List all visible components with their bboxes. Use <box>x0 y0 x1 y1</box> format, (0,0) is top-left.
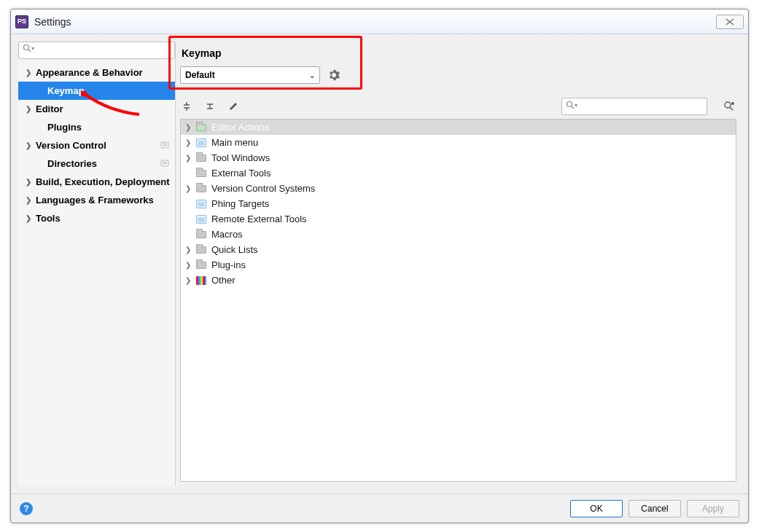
svg-point-12 <box>731 102 734 105</box>
keymap-selector-row: Default ⌄ <box>180 66 736 90</box>
tree-row-tool-windows[interactable]: ❯Tool Windows <box>181 150 736 165</box>
chevron-down-icon: ⌄ <box>309 71 315 79</box>
close-button[interactable] <box>716 15 744 29</box>
folder-icon <box>195 260 207 270</box>
keymap-dropdown[interactable]: Default ⌄ <box>180 66 320 84</box>
body: ▾ ❯Appearance & BehaviorKeymap❯EditorPlu… <box>11 34 748 493</box>
svg-point-10 <box>725 102 731 108</box>
tree-row-version-control-systems[interactable]: ❯Version Control Systems <box>181 181 736 196</box>
gear-icon <box>328 69 340 81</box>
sidebar-item-label: Directories <box>47 158 97 169</box>
project-badge-icon <box>160 141 169 149</box>
folder-blue-icon <box>195 199 207 209</box>
svg-point-8 <box>567 102 572 107</box>
sidebar-item-tools[interactable]: ❯Tools <box>18 209 175 227</box>
chevron-down-icon: ▾ <box>575 102 577 109</box>
edit-shortcut-button[interactable] <box>227 100 240 113</box>
tree-row-other[interactable]: ❯Other <box>181 273 736 288</box>
tree-row-label: Phing Targets <box>211 198 269 209</box>
collapse-all-button[interactable] <box>203 100 217 113</box>
chevron-right-icon: ❯ <box>185 184 195 192</box>
tree-row-label: Main menu <box>211 137 258 148</box>
svg-rect-3 <box>163 144 167 144</box>
sidebar-item-editor[interactable]: ❯Editor <box>18 100 175 118</box>
tree-row-external-tools[interactable]: ❯External Tools <box>181 165 736 181</box>
action-search-input[interactable] <box>561 98 707 115</box>
folder-icon <box>195 245 207 255</box>
dialog-footer: ? OK Cancel Apply <box>11 493 748 523</box>
folder-icon <box>195 153 207 163</box>
chevron-right-icon: ❯ <box>185 138 195 146</box>
tree-row-label: External Tools <box>211 168 270 179</box>
svg-line-11 <box>730 107 733 110</box>
tree-row-editor-actions[interactable]: ❯Editor Actions <box>181 120 736 135</box>
tree-row-label: Macros <box>211 229 243 240</box>
cancel-button[interactable]: Cancel <box>628 500 681 517</box>
search-icon <box>23 44 31 55</box>
window-title: Settings <box>34 16 71 28</box>
tree-row-macros[interactable]: ❯Macros <box>181 227 736 242</box>
chevron-right-icon: ❯ <box>26 214 34 222</box>
sidebar-item-plugins[interactable]: Plugins <box>18 118 175 136</box>
sidebar-item-keymap[interactable]: Keymap <box>18 82 175 100</box>
find-by-shortcut-button[interactable] <box>722 99 736 114</box>
tree-row-label: Plug-ins <box>211 259 246 270</box>
svg-point-0 <box>24 45 29 50</box>
main-header: Keymap Default ⌄ <box>176 42 741 94</box>
keymap-toolbar: ▾ <box>176 94 741 119</box>
sidebar-item-build-execution-deployment[interactable]: ❯Build, Execution, Deployment <box>18 173 175 191</box>
tree-row-phing-targets[interactable]: ❯Phing Targets <box>181 196 736 211</box>
main-panel: Keymap Default ⌄ <box>176 42 741 486</box>
tree-row-label: Version Control Systems <box>211 183 315 194</box>
sidebar-item-version-control[interactable]: ❯Version Control <box>18 136 175 154</box>
sidebar-item-label: Editor <box>36 103 63 114</box>
settings-window: PS Settings ▾ ❯Appearance & BehaviorKeym… <box>10 9 749 523</box>
project-badge-icon <box>160 159 169 168</box>
sidebar-item-label: Build, Execution, Deployment <box>36 176 169 187</box>
app-icon-label: PS <box>17 18 26 25</box>
sidebar-nav: ❯Appearance & BehaviorKeymap❯EditorPlugi… <box>18 63 175 486</box>
sidebar-item-languages-frameworks[interactable]: ❯Languages & Frameworks <box>18 191 175 209</box>
tree-row-quick-lists[interactable]: ❯Quick Lists <box>181 242 736 257</box>
keymap-settings-button[interactable] <box>327 69 340 82</box>
sidebar-item-label: Tools <box>36 213 61 224</box>
chevron-right-icon: ❯ <box>26 105 34 113</box>
sidebar-item-appearance-behavior[interactable]: ❯Appearance & Behavior <box>18 63 175 82</box>
chevron-right-icon: ❯ <box>185 154 195 162</box>
folder-green-icon <box>195 122 207 133</box>
svg-rect-7 <box>163 163 167 164</box>
chevron-right-icon: ❯ <box>185 246 195 254</box>
chevron-right-icon: ❯ <box>26 141 34 149</box>
svg-rect-6 <box>163 162 167 163</box>
sidebar-item-directories[interactable]: Directories <box>18 154 175 173</box>
tree-row-main-menu[interactable]: ❯Main menu <box>181 135 736 150</box>
collapse-all-icon <box>205 101 215 112</box>
tree-row-label: Quick Lists <box>211 244 258 255</box>
tree-row-plug-ins[interactable]: ❯Plug-ins <box>181 257 736 273</box>
search-icon <box>566 101 575 112</box>
svg-line-9 <box>572 106 574 109</box>
expand-all-icon <box>182 101 192 112</box>
folder-icon <box>195 230 207 240</box>
apply-button[interactable]: Apply <box>687 500 739 517</box>
chevron-right-icon: ❯ <box>26 196 34 204</box>
help-button[interactable]: ? <box>20 502 33 515</box>
svg-rect-4 <box>163 145 167 146</box>
sidebar-search-input[interactable] <box>18 42 175 59</box>
titlebar: PS Settings <box>11 9 748 34</box>
chevron-right-icon: ❯ <box>26 69 34 77</box>
folder-icon <box>195 184 207 194</box>
ok-button[interactable]: OK <box>570 500 623 517</box>
other-icon <box>195 275 207 286</box>
chevron-down-icon: ▾ <box>31 45 34 52</box>
close-icon <box>724 17 736 26</box>
tree-row-remote-external-tools[interactable]: ❯Remote External Tools <box>181 211 736 227</box>
app-icon: PS <box>15 15 28 28</box>
expand-all-button[interactable] <box>180 100 193 113</box>
folder-blue-icon <box>195 138 207 148</box>
chevron-right-icon: ❯ <box>26 178 34 186</box>
action-tree[interactable]: ❯Editor Actions❯Main menu❯Tool Windows❯E… <box>180 119 736 482</box>
panel-title: Keymap <box>180 46 736 66</box>
tree-row-label: Other <box>211 275 236 286</box>
sidebar-item-label: Plugins <box>47 122 82 133</box>
